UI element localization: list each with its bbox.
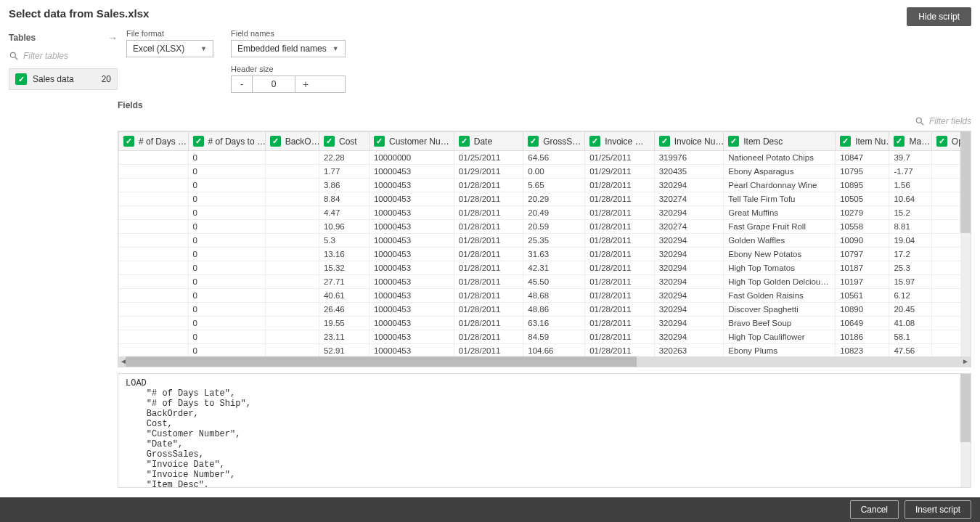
- check-icon[interactable]: [324, 136, 335, 147]
- column-header[interactable]: Date: [454, 132, 523, 151]
- check-icon[interactable]: [840, 136, 851, 147]
- column-label: Date: [474, 136, 492, 147]
- check-icon[interactable]: [270, 136, 281, 147]
- table-row[interactable]: 03.861000045301/28/20115.6501/28/2011320…: [119, 179, 971, 192]
- table-row[interactable]: 023.111000045301/28/201184.5901/28/20113…: [119, 330, 971, 344]
- cell: [265, 261, 319, 275]
- check-icon[interactable]: [936, 136, 947, 147]
- check-icon[interactable]: [894, 136, 905, 147]
- cell: 320294: [654, 248, 724, 261]
- table-row[interactable]: 040.611000045301/28/201148.6801/28/20113…: [119, 289, 971, 303]
- table-row[interactable]: 019.551000045301/28/201163.1601/28/20113…: [119, 317, 971, 330]
- table-item-count: 20: [102, 74, 111, 84]
- cancel-button[interactable]: Cancel: [850, 500, 899, 519]
- cell: [265, 289, 319, 303]
- cell: 320294: [654, 206, 724, 220]
- vertical-scrollbar[interactable]: [960, 131, 971, 356]
- check-icon[interactable]: [659, 136, 670, 147]
- check-icon[interactable]: [374, 136, 385, 147]
- cell: 01/25/2011: [585, 151, 655, 165]
- cell: 0: [188, 151, 265, 165]
- cell: 64.56: [523, 151, 585, 165]
- column-label: # of Days …: [139, 136, 187, 147]
- file-format-value: Excel (XLSX): [133, 44, 184, 54]
- cell: -1.77: [889, 165, 931, 179]
- stepper-plus[interactable]: +: [295, 76, 316, 92]
- stepper-minus[interactable]: -: [232, 76, 252, 92]
- script-text: LOAD "# of Days Late", "# of Days to Shi…: [126, 378, 251, 488]
- column-header[interactable]: # of Days …: [119, 132, 189, 151]
- script-scrollbar[interactable]: [960, 374, 971, 487]
- cell: 01/28/2011: [454, 303, 523, 317]
- cell: 5.65: [523, 179, 585, 192]
- cell: 320294: [654, 275, 724, 289]
- table-row[interactable]: 027.711000045301/28/201145.5001/28/20113…: [119, 275, 971, 289]
- cell: 10795: [836, 165, 889, 179]
- cell: 10558: [836, 220, 889, 234]
- cell: [265, 179, 319, 192]
- cell: [265, 234, 319, 248]
- check-icon[interactable]: [528, 136, 539, 147]
- table-row[interactable]: 013.161000045301/28/201131.6301/28/20113…: [119, 248, 971, 261]
- table-row[interactable]: 015.321000045301/28/201142.3101/28/20113…: [119, 261, 971, 275]
- file-format-select[interactable]: Excel (XLSX) ▼: [126, 40, 213, 57]
- hide-script-button[interactable]: Hide script: [907, 7, 971, 26]
- column-header[interactable]: Invoice …: [585, 132, 655, 151]
- table-row[interactable]: 026.461000045301/28/201148.8601/28/20113…: [119, 303, 971, 317]
- cell: High Top Tomatos: [724, 261, 836, 275]
- filter-fields-input[interactable]: Filter fields: [118, 116, 971, 126]
- cell: 01/29/2011: [454, 165, 523, 179]
- table-row[interactable]: 022.281000000001/25/201164.5601/25/20113…: [119, 151, 971, 165]
- column-header[interactable]: Ma…: [889, 132, 931, 151]
- column-header[interactable]: Item Desc: [724, 132, 836, 151]
- check-icon[interactable]: [193, 136, 204, 147]
- cell: 5.3: [319, 234, 369, 248]
- column-header[interactable]: Customer Nu…: [369, 132, 454, 151]
- check-icon[interactable]: [728, 136, 739, 147]
- cell: 0.00: [523, 165, 585, 179]
- check-icon[interactable]: [459, 136, 470, 147]
- dialog-footer: Cancel Insert script: [0, 497, 980, 522]
- table-row[interactable]: 04.471000045301/28/201120.4901/28/201132…: [119, 206, 971, 220]
- table-row[interactable]: 05.31000045301/28/201125.3501/28/2011320…: [119, 234, 971, 248]
- column-header[interactable]: BackO…: [265, 132, 319, 151]
- filter-tables-input[interactable]: Filter tables: [9, 51, 118, 61]
- table-item-sales-data[interactable]: Sales data 20: [9, 68, 118, 90]
- cell: 0: [188, 344, 265, 357]
- cell: 0: [188, 248, 265, 261]
- cell: 01/28/2011: [585, 192, 655, 206]
- cell: [265, 192, 319, 206]
- scroll-right-icon: ►: [962, 356, 969, 367]
- table-item-name: Sales data: [33, 74, 74, 84]
- cell: 0: [188, 165, 265, 179]
- check-icon[interactable]: [589, 136, 600, 147]
- script-preview[interactable]: LOAD "# of Days Late", "# of Days to Shi…: [118, 373, 971, 488]
- horizontal-scrollbar[interactable]: ◄ ►: [118, 356, 971, 367]
- table-row[interactable]: 08.841000045301/28/201120.2901/28/201132…: [119, 192, 971, 206]
- cell: 01/28/2011: [585, 248, 655, 261]
- cell: 20.29: [523, 192, 585, 206]
- field-names-select[interactable]: Embedded field names ▼: [231, 40, 346, 57]
- cell: [265, 206, 319, 220]
- grid-scroll[interactable]: # of Days …# of Days to …BackO…CostCusto…: [118, 131, 971, 356]
- cell: 0: [188, 220, 265, 234]
- table-row[interactable]: 010.961000045301/28/201120.5901/28/20113…: [119, 220, 971, 234]
- header-size-stepper[interactable]: - 0 +: [231, 76, 346, 93]
- insert-script-button[interactable]: Insert script: [905, 500, 971, 519]
- table-row[interactable]: 01.771000045301/29/20110.0001/29/2011320…: [119, 165, 971, 179]
- column-header[interactable]: Invoice Nu…: [654, 132, 724, 151]
- column-header[interactable]: # of Days to …: [188, 132, 265, 151]
- cell: 0: [188, 275, 265, 289]
- column-header[interactable]: Item Nu…: [836, 132, 889, 151]
- cell: 10.64: [889, 192, 931, 206]
- cell: 10187: [836, 261, 889, 275]
- column-header[interactable]: GrossS…: [523, 132, 585, 151]
- filter-tables-placeholder: Filter tables: [23, 51, 68, 61]
- cell: High Top Golden Delcious Apples: [724, 275, 836, 289]
- table-row[interactable]: 052.911000045301/28/2011104.6601/28/2011…: [119, 344, 971, 357]
- column-header[interactable]: Cost: [319, 132, 369, 151]
- cell: 320274: [654, 192, 724, 206]
- check-icon[interactable]: [123, 136, 134, 147]
- cell: 63.16: [523, 317, 585, 330]
- cell: 01/28/2011: [585, 275, 655, 289]
